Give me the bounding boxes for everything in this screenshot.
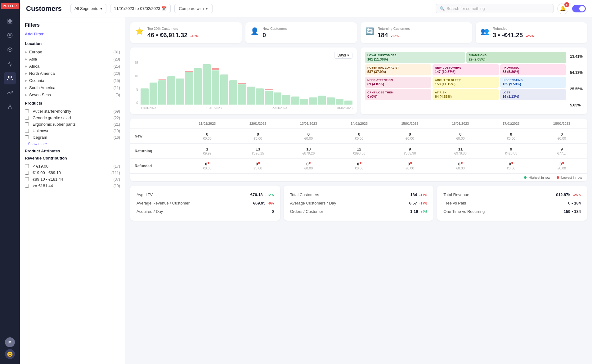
bottom-stat-badge: -17% [419, 201, 428, 205]
table-header: 17/01/2023 [486, 119, 536, 129]
location-item[interactable]: ▶Asia(28) [25, 56, 120, 63]
stat-card-top20: ⭐ Top 20% Customers 46 • €6,911.32 -13% [130, 22, 242, 43]
location-item[interactable]: ▶Oceania(15) [25, 77, 120, 84]
revenue-item[interactable]: €89.10 - €181.44(37) [25, 176, 120, 182]
product-checkbox[interactable] [25, 122, 29, 126]
bar-group [203, 64, 211, 105]
revenue-item[interactable]: < €19.00(17) [25, 163, 120, 169]
notification-button[interactable]: 🔔 5 [557, 3, 568, 14]
product-attributes-title: Product Attributes [25, 149, 120, 153]
revenue-checkbox[interactable] [25, 184, 29, 188]
refunded-dot [258, 162, 260, 164]
legend-highest: Highest in row [524, 176, 550, 179]
bar-green [141, 88, 149, 105]
product-item[interactable]: Putler starter-monthly(69) [25, 108, 120, 115]
bar-group [238, 83, 246, 105]
avatar-emoji[interactable]: 😊 [5, 349, 15, 359]
bottom-stat-label: Orders / Customer [290, 209, 323, 214]
sidebar-icon-products[interactable] [4, 43, 16, 56]
location-item[interactable]: ▶South America(11) [25, 84, 120, 91]
segment-label: All Segments [74, 6, 98, 11]
revenue-checkbox[interactable] [25, 177, 29, 181]
bar-green [194, 68, 202, 105]
sidebar-icon-trends[interactable] [4, 86, 16, 99]
chevron-icon: ▶ [25, 79, 27, 82]
product-checkbox[interactable] [25, 129, 29, 133]
revenue-checkbox[interactable] [25, 171, 29, 175]
revenue-item[interactable]: >= €181.44(19) [25, 182, 120, 189]
sidebar-icon-dashboard[interactable] [4, 15, 16, 27]
stat-value-refunded: 3 • -€41.25 [493, 32, 523, 38]
bar-green [282, 95, 290, 105]
bottom-card-right: Total Revenue €12.87k -25% Free vs Paid … [437, 186, 587, 221]
sidebar-icon-analytics[interactable] [4, 58, 16, 70]
bar-pink [265, 89, 273, 90]
refunded-dot [511, 162, 513, 164]
chevron-icon: ▶ [25, 57, 27, 61]
bar-green [291, 97, 299, 105]
legend-lowest: Lowest in row [557, 176, 582, 179]
calendar-icon: 📅 [162, 6, 167, 11]
location-item[interactable]: ▶North America(20) [25, 70, 120, 77]
compare-button[interactable]: Compare with ▾ [174, 4, 213, 13]
table-header: 18/01/2023 [536, 119, 587, 129]
svg-rect-3 [11, 22, 12, 23]
product-item[interactable]: Generic granite salad(22) [25, 115, 120, 121]
table-cell: 0€0.00 [536, 129, 587, 144]
revenue-list: < €19.00(17)€19.00 - €89.10(111)€89.10 -… [25, 163, 120, 189]
table-row: Refunded0€0.000€0.000€0.000€0.000€0.000€… [130, 159, 587, 173]
stat-cards: ⭐ Top 20% Customers 46 • €6,911.32 -13% … [130, 22, 587, 43]
date-range[interactable]: 11/01/2023 to 07/02/2023 📅 [110, 4, 171, 13]
bar-green [150, 83, 158, 105]
add-filter-button[interactable]: Add Filter [25, 32, 44, 36]
show-more-button[interactable]: + Show more [25, 142, 120, 146]
toggle-knob [579, 6, 585, 11]
stat-badge-returning: -17% [391, 34, 399, 38]
table-cell: 0€0.00 [283, 159, 334, 173]
stat-card-refunded: 👥 Refunded 3 • -€41.25 -25% [476, 22, 587, 43]
bar-green [300, 99, 308, 105]
product-item[interactable]: Ergonomic rubber pants(21) [25, 121, 120, 128]
bottom-stat-value: 159 • 184 [564, 209, 581, 214]
theme-toggle[interactable] [572, 5, 586, 12]
segment-cell: AT RISK64 (4.52%) [433, 89, 499, 100]
table-cell: 0€0.00 [486, 129, 536, 144]
location-item[interactable]: ▶Seven Seas(3) [25, 91, 120, 98]
bottom-stat-label: Acquired / Day [137, 209, 163, 214]
revenue-checkbox[interactable] [25, 164, 29, 168]
segments-grid: LOYAL CUSTOMERS161 (11.36%)CHAMPIONS29 (… [365, 52, 566, 110]
bar-group [150, 83, 158, 105]
product-checkbox[interactable] [25, 109, 29, 113]
bar-group [265, 89, 273, 105]
sidebar-icon-customers[interactable] [4, 72, 16, 84]
revenue-item[interactable]: €19.00 - €89.10(111) [25, 169, 120, 176]
product-checkbox[interactable] [25, 135, 29, 139]
avatar-m[interactable]: M [5, 337, 15, 347]
customers-table: 11/01/202312/01/202313/01/202314/01/2023… [130, 119, 587, 173]
table-cell: 0€0.00 [283, 129, 334, 144]
table-cell: 10€879.26 [283, 144, 334, 159]
segment-percentage: 54.13% [570, 68, 583, 77]
product-item[interactable]: Icegram(16) [25, 134, 120, 141]
sidebar-icon-revenue[interactable] [4, 29, 16, 42]
date-to-label: to [136, 6, 139, 11]
bottom-stat-label: Free vs Paid [443, 201, 466, 205]
days-selector[interactable]: Days ▾ [334, 52, 352, 59]
search-box[interactable]: 🔍 Search for something [436, 4, 554, 13]
table-cell: 9€77… [536, 144, 587, 159]
customers-table-card: 11/01/202312/01/202313/01/202314/01/2023… [130, 119, 587, 181]
product-checkbox[interactable] [25, 116, 29, 120]
sidebar-icon-settings[interactable] [4, 101, 16, 113]
page-title: Customers [26, 5, 62, 13]
segment-selector[interactable]: All Segments ▾ [70, 4, 106, 13]
bottom-stat-row: Acquired / Day 0 [137, 207, 274, 216]
product-item[interactable]: Unknown(19) [25, 128, 120, 134]
table-cell: 0€0.00 [182, 159, 232, 173]
location-item[interactable]: ▶Europe(81) [25, 48, 120, 56]
bottom-stat-label: Avg. LTV [137, 192, 153, 197]
segment-cell: POTENTIAL LOYALIST537 (37.9%) [365, 64, 431, 75]
segment-row: CANT LOSE THEM0 (0%)AT RISK64 (4.52%)LOS… [365, 89, 566, 100]
table-header: 15/01/2023 [384, 119, 435, 129]
bottom-stat-badge: -9% [268, 201, 274, 205]
location-item[interactable]: ▶Africa(25) [25, 63, 120, 70]
